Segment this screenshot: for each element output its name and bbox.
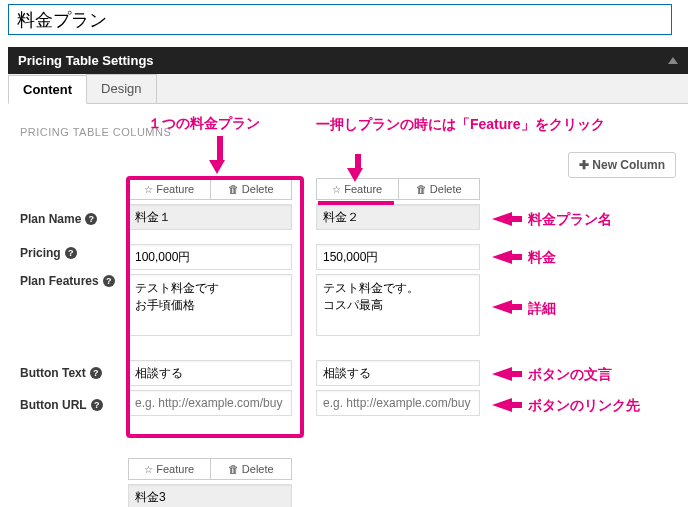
feature-button[interactable]: ☆Feature [128,458,211,480]
button-url-input[interactable] [128,390,292,416]
star-icon: ☆ [332,184,341,195]
anno-btn-url: ボタンのリンク先 [528,397,640,415]
collapse-icon[interactable] [668,57,678,64]
anno-feature-hint: 一押しプランの時には「Feature」をクリック [316,115,616,135]
plan-name-input[interactable] [128,484,292,507]
tab-content[interactable]: Content [8,75,87,104]
star-icon: ☆ [144,464,153,475]
panel-title: Pricing Table Settings [18,53,154,68]
underline-annotation [318,201,394,205]
star-icon: ☆ [144,184,153,195]
label-plan-features: Plan Features? [20,274,115,288]
anno-btn-text: ボタンの文言 [528,366,612,384]
button-text-input[interactable] [316,360,480,386]
help-icon[interactable]: ? [91,399,103,411]
button-url-input[interactable] [316,390,480,416]
anno-detail: 詳細 [528,300,556,318]
delete-button[interactable]: 🗑Delete [211,178,293,200]
label-button-url: Button URL? [20,398,103,412]
arrow-down-icon [214,136,225,174]
label-plan-name: Plan Name? [20,212,97,226]
pricing-input[interactable] [128,244,292,270]
pricing-input[interactable] [316,244,480,270]
delete-button[interactable]: 🗑Delete [399,178,481,200]
trash-icon: 🗑 [228,183,239,195]
page-title-input[interactable] [8,4,672,35]
feature-button[interactable]: ☆Feature [128,178,211,200]
help-icon[interactable]: ? [103,275,115,287]
pricing-column-3: ☆Feature 🗑Delete [128,458,292,507]
anno-one-plan: １つの料金プラン [148,115,260,133]
features-textarea[interactable] [316,274,480,336]
pricing-column-1: ☆Feature 🗑Delete [128,178,292,416]
arrow-left-icon [492,300,512,314]
plus-icon: ✚ [579,158,589,172]
button-text-input[interactable] [128,360,292,386]
trash-icon: 🗑 [416,183,427,195]
label-button-text: Button Text? [20,366,102,380]
anno-plan-name: 料金プラン名 [528,211,612,229]
trash-icon: 🗑 [228,463,239,475]
help-icon[interactable]: ? [90,367,102,379]
panel-header: Pricing Table Settings [8,47,688,74]
new-column-button[interactable]: ✚ New Column [568,152,676,178]
arrow-left-icon [492,212,512,226]
help-icon[interactable]: ? [85,213,97,225]
arrow-left-icon [492,398,512,412]
arrow-left-icon [492,250,512,264]
arrow-down-icon [352,154,363,182]
help-icon[interactable]: ? [65,247,77,259]
label-pricing: Pricing? [20,246,77,260]
delete-button[interactable]: 🗑Delete [211,458,293,480]
plan-name-input[interactable] [128,204,292,230]
arrow-left-icon [492,367,512,381]
anno-price: 料金 [528,249,556,267]
pricing-column-2: ☆Feature 🗑Delete [316,178,480,416]
features-textarea[interactable] [128,274,292,336]
plan-name-input[interactable] [316,204,480,230]
tab-design[interactable]: Design [86,74,156,103]
